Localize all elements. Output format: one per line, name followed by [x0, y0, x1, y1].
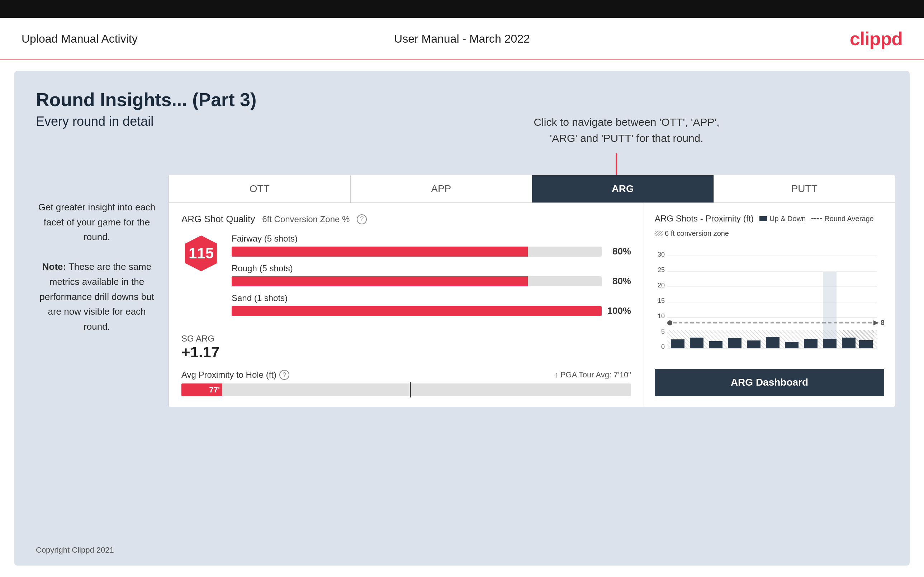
legend-dashed-line	[811, 218, 822, 219]
proximity-help-icon[interactable]: ?	[279, 370, 289, 380]
legend-updown: Up & Down	[759, 215, 806, 223]
hex-container: 115 Fairway (5 shots) 80%	[181, 234, 631, 323]
chart-svg: 0 5 10 15 20 25 30	[655, 243, 884, 351]
bar-label-fairway: Fairway (5 shots)	[232, 234, 631, 244]
right-section: ARG Shots - Proximity (ft) Up & Down Rou…	[644, 203, 895, 407]
panel-body: ARG Shot Quality 6ft Conversion Zone % ?…	[169, 203, 895, 407]
chart-title: ARG Shots - Proximity (ft)	[655, 214, 754, 224]
svg-rect-21	[690, 338, 703, 348]
svg-text:25: 25	[657, 266, 665, 274]
proximity-header: Avg Proximity to Hole (ft) ? ↑ PGA Tour …	[181, 370, 631, 380]
header: Upload Manual Activity User Manual - Mar…	[0, 18, 924, 60]
svg-rect-27	[804, 339, 817, 348]
main-panel: OTT APP ARG PUTT ARG Shot Quality 6ft Co…	[168, 175, 895, 407]
help-icon[interactable]: ?	[357, 214, 367, 224]
chart-header: ARG Shots - Proximity (ft) Up & Down Rou…	[655, 214, 884, 238]
svg-rect-29	[823, 339, 837, 348]
tab-arg[interactable]: ARG	[532, 175, 714, 203]
page-subtitle: Every round in detail	[36, 114, 888, 129]
legend-round-avg-label: Round Average	[824, 215, 874, 223]
bar-track-sand: 100%	[232, 305, 631, 316]
legend-round-avg: Round Average	[811, 215, 874, 223]
desc-text: Get greater insight into each facet of y…	[36, 200, 158, 334]
bar-fill-sand	[232, 306, 602, 316]
bar-outer-rough	[232, 276, 602, 286]
svg-point-34	[667, 321, 672, 326]
svg-rect-32	[859, 340, 873, 348]
sg-label: SG ARG	[181, 334, 631, 344]
svg-text:20: 20	[657, 282, 665, 289]
svg-rect-23	[728, 338, 741, 348]
left-section: ARG Shot Quality 6ft Conversion Zone % ?…	[169, 203, 644, 407]
svg-rect-28	[823, 272, 837, 348]
footer-copyright: Copyright Clippd 2021	[36, 545, 114, 555]
section-header: ARG Shot Quality 6ft Conversion Zone % ?	[181, 214, 631, 225]
bar-track-fairway: 80%	[232, 246, 631, 257]
arg-dashboard-btn[interactable]: ARG Dashboard	[655, 369, 884, 396]
svg-text:8: 8	[880, 319, 884, 327]
svg-text:5: 5	[661, 328, 665, 335]
proximity-section: Avg Proximity to Hole (ft) ? ↑ PGA Tour …	[181, 370, 631, 396]
tab-putt[interactable]: PUTT	[714, 175, 895, 203]
proximity-value: 77'	[209, 385, 220, 395]
upload-manual-label[interactable]: Upload Manual Activity	[21, 32, 138, 45]
hex-badge: 115	[181, 234, 221, 273]
bar-fill-rough	[232, 276, 528, 286]
bar-row-fairway: Fairway (5 shots) 80%	[232, 234, 631, 257]
bar-pct-sand: 100%	[606, 305, 631, 316]
svg-rect-26	[785, 342, 798, 348]
proximity-cursor	[410, 382, 411, 397]
shot-quality-title: ARG Shot Quality	[181, 214, 255, 225]
proximity-label: Avg Proximity to Hole (ft) ?	[181, 370, 289, 380]
bar-label-sand: Sand (1 shots)	[232, 293, 631, 303]
logo: clippd	[850, 28, 903, 50]
bar-outer-sand	[232, 306, 602, 316]
main-content: Round Insights... (Part 3) Every round i…	[15, 71, 909, 566]
svg-marker-35	[874, 321, 879, 326]
chart-area: 0 5 10 15 20 25 30	[655, 243, 884, 365]
note-label: Note:	[42, 261, 66, 272]
bar-fill-fairway	[232, 247, 528, 256]
svg-rect-24	[747, 340, 761, 348]
sg-section: SG ARG +1.17	[181, 334, 631, 361]
bar-pct-fairway: 80%	[606, 246, 631, 257]
svg-rect-20	[671, 339, 685, 348]
bar-outer-fairway	[232, 247, 602, 256]
tab-app[interactable]: APP	[351, 175, 533, 203]
manual-title: User Manual - March 2022	[394, 32, 530, 45]
tab-ott[interactable]: OTT	[169, 175, 351, 203]
sg-value: +1.17	[181, 344, 631, 361]
svg-rect-31	[842, 338, 856, 348]
bar-rows: Fairway (5 shots) 80% Rough (5 shots)	[232, 234, 631, 323]
proximity-bar-fill: 77'	[181, 384, 222, 396]
hex-number: 115	[189, 245, 214, 262]
legend-updown-label: Up & Down	[769, 215, 806, 223]
bar-pct-rough: 80%	[606, 276, 631, 287]
pga-avg: ↑ PGA Tour Avg: 7'10"	[554, 370, 631, 380]
bar-row-rough: Rough (5 shots) 80%	[232, 263, 631, 287]
tabs-row: OTT APP ARG PUTT	[169, 175, 895, 203]
conversion-title: 6ft Conversion Zone %	[262, 214, 350, 224]
svg-rect-25	[766, 337, 780, 348]
svg-rect-22	[709, 341, 722, 348]
page-title: Round Insights... (Part 3)	[36, 89, 888, 110]
svg-text:10: 10	[657, 313, 665, 320]
legend-6ft-label: 6 ft conversion zone	[665, 229, 729, 238]
top-bar	[0, 0, 924, 18]
nav-hint: Click to navigate between 'OTT', 'APP', …	[534, 114, 720, 146]
bar-row-sand: Sand (1 shots) 100%	[232, 293, 631, 316]
bar-track-rough: 80%	[232, 276, 631, 287]
svg-text:0: 0	[661, 343, 665, 350]
legend-6ft: 6 ft conversion zone	[655, 229, 729, 238]
bar-label-rough: Rough (5 shots)	[232, 263, 631, 274]
svg-text:15: 15	[657, 297, 665, 304]
svg-text:30: 30	[657, 251, 665, 258]
legend-updown-box	[759, 216, 767, 221]
proximity-bar: 77'	[181, 384, 631, 396]
legend-hatch-box	[655, 231, 662, 236]
